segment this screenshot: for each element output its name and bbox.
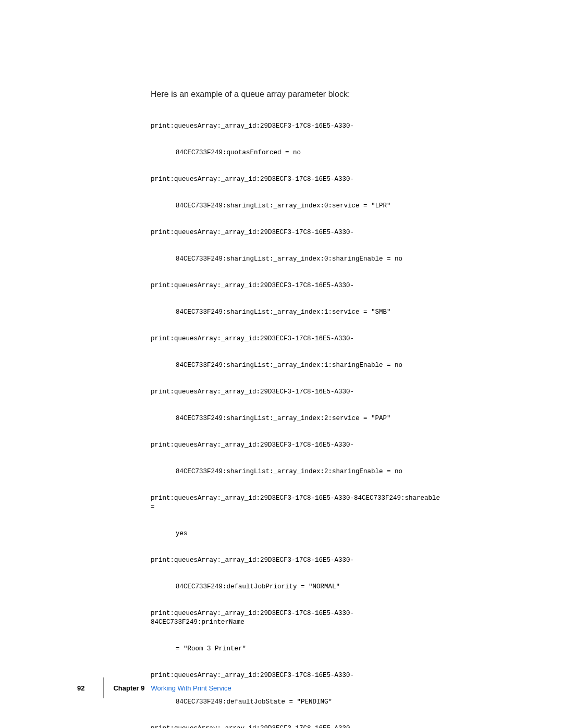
code-continuation: 84CEC733F249:sharingList:_array_index:2:… <box>151 467 443 476</box>
footer-divider <box>103 677 104 698</box>
code-block: print:queuesArray:_array_id:29D3ECF3-17C… <box>151 104 443 728</box>
chapter-title: Working With Print Service <box>151 684 231 692</box>
page: Here is an example of a queue array para… <box>0 0 563 728</box>
code-continuation: 84CEC733F249:defaultJobState = "PENDING" <box>151 698 443 707</box>
code-line: print:queuesArray:_array_id:29D3ECF3-17C… <box>151 556 443 565</box>
code-continuation: 84CEC733F249:sharingList:_array_index:2:… <box>151 414 443 423</box>
code-line: print:queuesArray:_array_id:29D3ECF3-17C… <box>151 494 443 512</box>
code-continuation: 84CEC733F249:sharingList:_array_index:0:… <box>151 202 443 211</box>
code-continuation: 84CEC733F249:sharingList:_array_index:0:… <box>151 255 443 264</box>
code-line: print:queuesArray:_array_id:29D3ECF3-17C… <box>151 335 443 343</box>
page-number: 92 <box>77 684 103 692</box>
code-line: print:queuesArray:_array_id:29D3ECF3-17C… <box>151 281 443 290</box>
code-line: print:queuesArray:_array_id:29D3ECF3-17C… <box>151 609 443 627</box>
code-continuation: = "Room 3 Printer" <box>151 645 443 653</box>
code-line: print:queuesArray:_array_id:29D3ECF3-17C… <box>151 388 443 397</box>
code-line: print:queuesArray:_array_id:29D3ECF3-17C… <box>151 175 443 184</box>
code-continuation: 84CEC733F249:sharingList:_array_index:1:… <box>151 308 443 317</box>
code-continuation: 84CEC733F249:sharingList:_array_index:1:… <box>151 361 443 370</box>
code-line: print:queuesArray:_array_id:29D3ECF3-17C… <box>151 724 443 728</box>
code-continuation: 84CEC733F249:quotasEnforced = no <box>151 149 443 157</box>
chapter-label: Chapter 9 <box>113 684 144 692</box>
code-continuation: yes <box>151 529 443 538</box>
code-line: print:queuesArray:_array_id:29D3ECF3-17C… <box>151 441 443 450</box>
code-continuation: 84CEC733F249:defaultJobPriority = "NORMA… <box>151 583 443 591</box>
intro-text: Here is an example of a queue array para… <box>151 90 350 99</box>
code-line: print:queuesArray:_array_id:29D3ECF3-17C… <box>151 122 443 131</box>
code-line: print:queuesArray:_array_id:29D3ECF3-17C… <box>151 228 443 237</box>
page-footer: 92 Chapter 9 Working With Print Service <box>77 677 231 698</box>
